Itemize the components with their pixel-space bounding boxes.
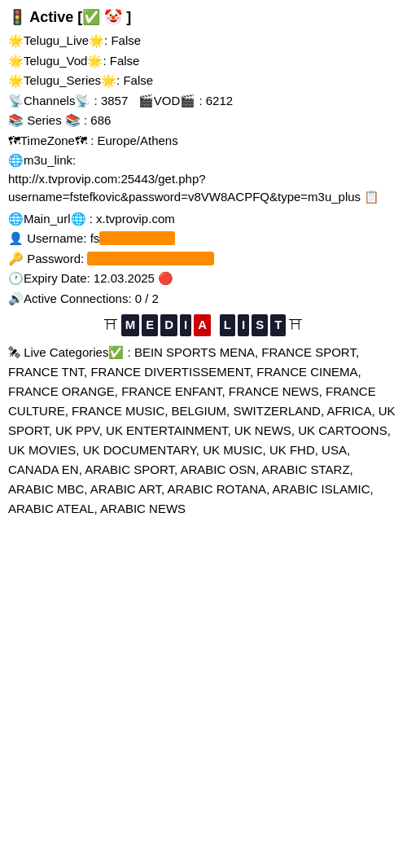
password-redacted: •••••••••••••••••••••• [87,252,214,265]
letter-A: A [194,314,211,336]
live-categories-block: 🛰 Live Categories✅ : BEIN SPORTS MENA, F… [8,343,399,519]
telugu-vod-line: 🌟Telugu_Vod🌟: False [8,52,399,71]
letter-I2: I [238,314,249,336]
banner-right-icon: ⛩ [289,315,303,336]
banner-left-icon: ⛩ [104,315,118,336]
letter-M: M [121,314,140,336]
letter-T: T [270,314,286,336]
username-redacted: •••••••••• [99,231,175,245]
letter-L: L [220,314,235,336]
letter-S: S [252,314,268,336]
status-line: 🚦 Active [✅ 🤡 ] [8,7,399,28]
m3u-link-block: 🌐m3u_link: http://x.tvprovip.com:25443/g… [8,151,399,207]
telugu-series-line: 🌟Telugu_Series🌟: False [8,72,399,90]
letter-I: I [180,314,191,336]
letter-E: E [142,314,158,336]
password-line: 🔑 Password: •••••••••••••••••••••• [8,250,399,269]
username-line: 👤 Username: fs•••••••••• [8,230,399,248]
timezone-line: 🗺TimeZone🗺 : Europe/Athens [8,132,399,151]
series-line: 📚 Series 📚 : 686 [8,112,399,130]
media-list-banner: ⛩ M E D I A L I S T ⛩ [8,314,399,336]
main-url-line: 🌐Main_url🌐 : x.tvprovip.com [8,210,399,229]
media-letters-group: M E D I A L I S T [121,314,287,336]
expiry-line: 🕐Expiry Date: 12.03.2025 🔴 [8,270,399,288]
channels-vod-line: 📡Channels📡 : 3857 🎬VOD🎬 : 6212 [8,92,399,111]
letter-D: D [160,314,177,336]
telugu-live-line: 🌟Telugu_Live🌟: False [8,32,399,50]
connections-line: 🔊Active Connections: 0 / 2 [8,290,399,309]
